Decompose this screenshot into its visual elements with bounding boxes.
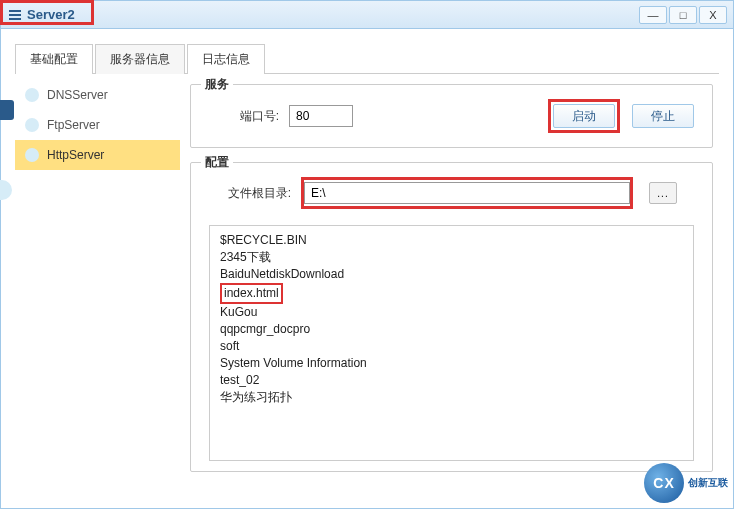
status-dot-icon — [25, 148, 39, 162]
sidebar-item-ftpserver[interactable]: FtpServer — [15, 110, 180, 140]
minimize-button[interactable]: — — [639, 6, 667, 24]
list-item[interactable]: $RECYCLE.BIN — [220, 232, 683, 249]
service-buttons: 启动 停止 — [548, 99, 694, 133]
tab-bar: 基础配置 服务器信息 日志信息 — [15, 43, 719, 74]
start-button[interactable]: 启动 — [553, 104, 615, 128]
start-highlight-box: 启动 — [548, 99, 620, 133]
list-item[interactable]: System Volume Information — [220, 355, 683, 372]
list-item[interactable]: KuGou — [220, 304, 683, 321]
browse-button[interactable]: ... — [649, 182, 677, 204]
list-item-index[interactable]: index.html — [220, 283, 683, 304]
tab-server-info[interactable]: 服务器信息 — [95, 44, 185, 74]
config-legend: 配置 — [201, 154, 233, 171]
port-label: 端口号: — [209, 108, 279, 125]
port-row: 端口号: 启动 停止 — [209, 99, 694, 133]
list-item[interactable]: qqpcmgr_docpro — [220, 321, 683, 338]
service-legend: 服务 — [201, 76, 233, 93]
close-button[interactable]: X — [699, 6, 727, 24]
content-area: 基础配置 服务器信息 日志信息 DNSServer FtpServer Http… — [1, 29, 733, 508]
sidebar-item-label: FtpServer — [47, 118, 100, 132]
app-icon — [7, 7, 23, 23]
sidebar-item-dnsserver[interactable]: DNSServer — [15, 80, 180, 110]
sidebar-item-label: DNSServer — [47, 88, 108, 102]
main-panel: 服务 端口号: 启动 停止 配置 — [180, 74, 719, 495]
list-item[interactable]: BaiduNetdiskDownload — [220, 266, 683, 283]
logo-mark-icon: CX — [644, 463, 684, 503]
list-item[interactable]: soft — [220, 338, 683, 355]
maximize-button[interactable]: □ — [669, 6, 697, 24]
list-item[interactable]: 华为练习拓扑 — [220, 389, 683, 406]
stop-button[interactable]: 停止 — [632, 104, 694, 128]
logo-text: 创新互联 — [688, 476, 728, 490]
status-dot-icon — [25, 118, 39, 132]
list-item[interactable]: 2345下载 — [220, 249, 683, 266]
brand-logo: CX 创新互联 — [644, 463, 728, 503]
status-dot-icon — [25, 88, 39, 102]
window-title: Server2 — [27, 7, 75, 22]
tab-basic-config[interactable]: 基础配置 — [15, 44, 93, 74]
body-split: DNSServer FtpServer HttpServer 服务 端口号: — [15, 74, 719, 495]
rootdir-highlight-box — [301, 177, 633, 209]
port-input[interactable] — [289, 105, 353, 127]
rootdir-label: 文件根目录: — [209, 185, 291, 202]
rootdir-row: 文件根目录: ... — [209, 177, 694, 209]
rootdir-input[interactable] — [304, 182, 630, 204]
tab-log-info[interactable]: 日志信息 — [187, 44, 265, 74]
window-controls: — □ X — [639, 6, 727, 24]
service-fieldset: 服务 端口号: 启动 停止 — [190, 84, 713, 148]
file-listing[interactable]: $RECYCLE.BIN 2345下载 BaiduNetdiskDownload… — [209, 225, 694, 461]
index-highlight-box: index.html — [220, 283, 283, 304]
server-sidebar: DNSServer FtpServer HttpServer — [15, 74, 180, 495]
list-item[interactable]: test_02 — [220, 372, 683, 389]
titlebar[interactable]: Server2 — □ X — [1, 1, 733, 29]
config-fieldset: 配置 文件根目录: ... $RECYCLE.BIN 2345下载 BaiduN… — [190, 162, 713, 472]
app-window: Server2 — □ X 基础配置 服务器信息 日志信息 DNSServer … — [0, 0, 734, 509]
sidebar-item-httpserver[interactable]: HttpServer — [15, 140, 180, 170]
sidebar-item-label: HttpServer — [47, 148, 104, 162]
